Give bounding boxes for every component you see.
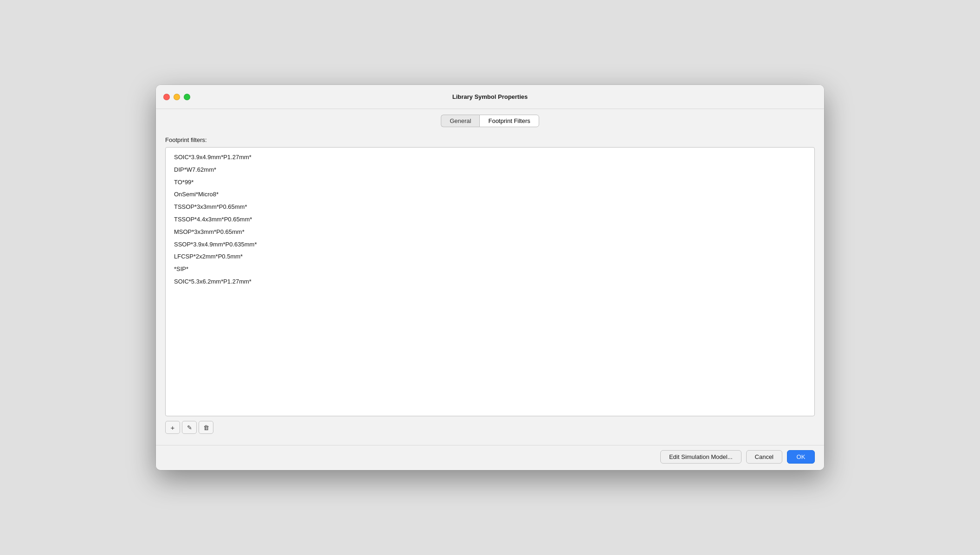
list-item[interactable]: SOIC*5.3x6.2mm*P1.27mm*: [166, 276, 814, 288]
list-item[interactable]: DIP*W7.62mm*: [166, 164, 814, 176]
tabs-bar: General Footprint Filters: [156, 109, 824, 132]
list-item[interactable]: OnSemi*Micro8*: [166, 188, 814, 201]
list-item[interactable]: TO*99*: [166, 176, 814, 189]
ok-button[interactable]: OK: [787, 450, 815, 464]
window-title: Library Symbol Properties: [452, 93, 528, 100]
delete-filter-button[interactable]: 🗑: [199, 421, 213, 434]
add-icon: +: [171, 424, 175, 432]
list-item[interactable]: MSOP*3x3mm*P0.65mm*: [166, 226, 814, 239]
section-label: Footprint filters:: [165, 136, 815, 143]
close-button[interactable]: [163, 94, 170, 100]
edit-simulation-model-button[interactable]: Edit Simulation Model...: [660, 450, 741, 464]
bottom-bar: Edit Simulation Model... Cancel OK: [156, 445, 824, 470]
minimize-button[interactable]: [174, 94, 180, 100]
toolbar-row: + ✎ 🗑: [165, 416, 815, 440]
maximize-button[interactable]: [184, 94, 190, 100]
cancel-button[interactable]: Cancel: [746, 450, 782, 464]
traffic-lights: [163, 94, 190, 100]
dialog-window: Library Symbol Properties General Footpr…: [156, 85, 824, 470]
list-item[interactable]: SOIC*3.9x4.9mm*P1.27mm*: [166, 151, 814, 164]
list-item[interactable]: SSOP*3.9x4.9mm*P0.635mm*: [166, 239, 814, 251]
edit-filter-button[interactable]: ✎: [182, 421, 197, 434]
delete-icon: 🗑: [203, 424, 209, 431]
list-item[interactable]: TSSOP*3x3mm*P0.65mm*: [166, 201, 814, 213]
add-filter-button[interactable]: +: [165, 421, 180, 434]
tab-general[interactable]: General: [441, 115, 479, 127]
content-area: Footprint filters: SOIC*3.9x4.9mm*P1.27m…: [156, 132, 824, 445]
list-item[interactable]: LFCSP*2x2mm*P0.5mm*: [166, 251, 814, 263]
filter-list[interactable]: SOIC*3.9x4.9mm*P1.27mm*DIP*W7.62mm*TO*99…: [165, 147, 815, 416]
tab-footprint-filters[interactable]: Footprint Filters: [479, 115, 539, 127]
title-bar: Library Symbol Properties: [156, 85, 824, 109]
list-item[interactable]: TSSOP*4.4x3mm*P0.65mm*: [166, 213, 814, 226]
list-item[interactable]: *SIP*: [166, 263, 814, 276]
edit-icon: ✎: [187, 424, 192, 431]
